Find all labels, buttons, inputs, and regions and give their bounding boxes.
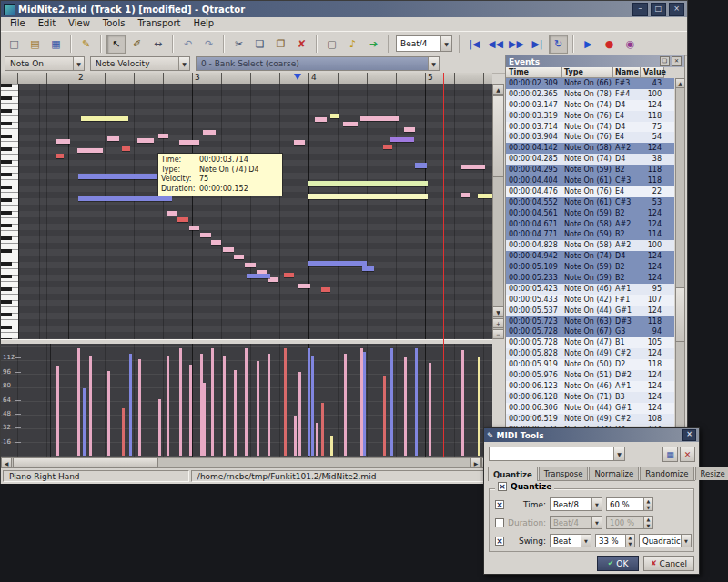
event-row[interactable]: 00:00:05.433Note On (42)F#1107 bbox=[506, 295, 674, 306]
note-canvas[interactable] bbox=[19, 84, 492, 339]
spin-arrows-icon[interactable]: ▲▼ bbox=[643, 498, 652, 510]
duration-percent-spinbox[interactable]: 100 % ▲▼ bbox=[606, 516, 653, 529]
event-row[interactable]: 00:00:05.728Note On (67)G394 bbox=[506, 326, 674, 337]
event-row[interactable]: 00:00:04.828Note On (58)A#2100 bbox=[506, 240, 674, 251]
events-panel-titlebar[interactable]: Events ❏ ✕ bbox=[506, 55, 684, 67]
transport-record-button[interactable]: ● bbox=[600, 35, 619, 54]
swing-type-combo[interactable]: Quadratic ▼ bbox=[639, 534, 692, 547]
event-row[interactable]: 00:00:04.552Note On (61)C#353 bbox=[506, 197, 674, 208]
event-row[interactable]: 00:00:05.919Note On (50)D2118 bbox=[506, 359, 674, 370]
event-row[interactable]: 00:00:05.537Note On (44)G#1124 bbox=[506, 306, 674, 316]
panel-float-icon[interactable]: ❏ bbox=[660, 56, 670, 66]
controller-combo[interactable]: 0 - Bank Select (coarse) ▼ bbox=[196, 56, 440, 71]
menu-tools[interactable]: Tools bbox=[96, 17, 132, 31]
event-row[interactable]: 00:00:04.285Note On (74)D438 bbox=[506, 154, 674, 165]
transport-play-button[interactable]: ▶ bbox=[579, 35, 598, 54]
preset-combo[interactable]: ▼ bbox=[489, 447, 625, 461]
maximize-button[interactable]: □ bbox=[651, 3, 666, 16]
open-file-button[interactable]: ▤ bbox=[25, 35, 45, 54]
event-row[interactable]: 00:00:06.519Note On (49)C#2108 bbox=[506, 414, 674, 425]
scroll-right-icon[interactable]: ▶ bbox=[470, 457, 481, 468]
event-row[interactable]: 00:00:05.233Note On (59)B2124 bbox=[506, 273, 674, 284]
event-row[interactable]: 00:00:04.404Note On (61)C#3118 bbox=[506, 176, 674, 186]
minimize-button[interactable]: – bbox=[632, 3, 648, 16]
tab-resize[interactable]: Resize bbox=[695, 467, 728, 480]
tab-quantize[interactable]: Quantize bbox=[488, 467, 538, 481]
event-row[interactable]: 00:00:05.828Note On (49)C#2124 bbox=[506, 348, 674, 359]
quantize-group-label[interactable]: × Quantize bbox=[495, 482, 554, 491]
events-vscroll-thumb[interactable] bbox=[675, 287, 685, 342]
editor-hscroll-thumb[interactable] bbox=[13, 457, 158, 468]
tool-pencil-button[interactable]: ✐ bbox=[127, 35, 147, 54]
transport-rewind-button[interactable]: ◀◀ bbox=[486, 35, 505, 54]
menu-view[interactable]: View bbox=[62, 17, 96, 31]
new-file-button[interactable]: □ bbox=[5, 35, 24, 54]
menu-file[interactable]: File bbox=[4, 17, 32, 31]
event-row[interactable]: 00:00:05.976Note On (51)D#2124 bbox=[506, 370, 674, 381]
column-value[interactable]: Value bbox=[641, 67, 664, 78]
preset-delete-button[interactable]: ✕ bbox=[680, 447, 695, 462]
tab-transpose[interactable]: Transpose bbox=[539, 467, 589, 480]
cut-button[interactable]: ✂ bbox=[229, 35, 248, 54]
value-type-combo[interactable]: Note Velocity ▼ bbox=[90, 56, 190, 71]
time-unit-combo[interactable]: Beat/8 ▼ bbox=[550, 497, 602, 511]
new-view-button[interactable]: ▢ bbox=[322, 35, 341, 54]
events-list[interactable]: 00:00:02.309Note On (66)F#34300:00:02.36… bbox=[506, 78, 674, 467]
editor-vscroll-thumb[interactable] bbox=[492, 95, 504, 177]
undo-button[interactable]: ↶ bbox=[178, 35, 197, 54]
redo-button[interactable]: ↷ bbox=[199, 35, 218, 54]
duration-checkbox[interactable] bbox=[495, 518, 504, 527]
preset-save-button[interactable]: ▦ bbox=[662, 447, 678, 462]
save-file-button[interactable]: ▦ bbox=[46, 35, 66, 54]
close-button[interactable]: × bbox=[669, 3, 684, 16]
time-percent-spinbox[interactable]: 60 % ▲▼ bbox=[606, 497, 653, 511]
dialog-titlebar[interactable]: ✎ MIDI Tools × bbox=[484, 428, 699, 442]
event-row[interactable]: 00:00:04.671Note On (58)A#2124 bbox=[506, 219, 674, 230]
column-type[interactable]: Type bbox=[562, 67, 613, 78]
spin-arrows-icon[interactable]: ▲▼ bbox=[643, 517, 652, 528]
spin-arrows-icon[interactable]: ▲▼ bbox=[625, 535, 634, 547]
swing-unit-combo[interactable]: Beat ▼ bbox=[550, 534, 592, 547]
tool-resize-button[interactable]: ↔ bbox=[148, 35, 167, 54]
event-row[interactable]: 00:00:03.147Note On (74)D4124 bbox=[506, 100, 674, 111]
event-row[interactable]: 00:00:04.295Note On (59)B2118 bbox=[506, 165, 674, 176]
event-row[interactable]: 00:00:04.942Note On (74)D4124 bbox=[506, 251, 674, 262]
time-checkbox[interactable]: × bbox=[495, 500, 504, 509]
zoom-in-button[interactable]: + bbox=[492, 318, 504, 328]
duration-unit-combo[interactable]: Beat/4 ▼ bbox=[550, 516, 602, 529]
panel-close-icon[interactable]: ✕ bbox=[672, 56, 682, 66]
scroll-up-icon[interactable]: ▲ bbox=[675, 78, 685, 88]
snap-combo[interactable]: Beat/4▼ bbox=[396, 35, 452, 52]
event-row[interactable]: 00:00:03.319Note On (76)E4118 bbox=[506, 111, 674, 122]
zoom-out-button[interactable]: − bbox=[492, 329, 504, 339]
transport-loop-button[interactable]: ↻ bbox=[549, 35, 568, 54]
transport-punch-button[interactable]: ◉ bbox=[621, 35, 640, 54]
event-row[interactable]: 00:00:04.771Note On (59)B2114 bbox=[506, 229, 674, 240]
event-row[interactable]: 00:00:04.142Note On (58)A#2124 bbox=[506, 143, 674, 154]
event-row[interactable]: 00:00:04.476Note On (76)E422 bbox=[506, 186, 674, 197]
transport-backward-button[interactable]: |◀ bbox=[465, 35, 484, 54]
quantize-checkbox[interactable]: × bbox=[498, 482, 507, 491]
event-row[interactable]: 00:00:06.306Note On (44)G#1124 bbox=[506, 403, 674, 414]
menu-transport[interactable]: Transport bbox=[131, 17, 187, 31]
scroll-left-icon[interactable]: ◀ bbox=[1, 457, 12, 468]
tool-pointer-button[interactable]: ↖ bbox=[106, 35, 126, 54]
event-row[interactable]: 00:00:05.723Note On (63)D#3118 bbox=[506, 316, 674, 327]
scroll-up-icon[interactable]: ▲ bbox=[492, 84, 504, 95]
delete-button[interactable]: ✘ bbox=[292, 35, 311, 54]
transport-fast-forward-button[interactable]: ▶| bbox=[528, 35, 547, 54]
audition-button[interactable]: ♪ bbox=[343, 35, 362, 54]
swing-checkbox[interactable]: × bbox=[495, 537, 504, 546]
cancel-button[interactable]: ✘ Cancel bbox=[643, 556, 694, 571]
event-row[interactable]: 00:00:05.728Note On (47)B1105 bbox=[506, 337, 674, 348]
event-row[interactable]: 00:00:02.309Note On (66)F#343 bbox=[506, 78, 674, 89]
event-row[interactable]: 00:00:02.365Note On (78)F#4100 bbox=[506, 89, 674, 100]
dialog-close-button[interactable]: × bbox=[682, 429, 696, 441]
events-vscrollbar[interactable] bbox=[675, 78, 685, 467]
paste-button[interactable]: ❐ bbox=[271, 35, 290, 54]
copy-button[interactable]: ❏ bbox=[250, 35, 269, 54]
column-name[interactable]: Name bbox=[613, 67, 641, 78]
transport-forward-button[interactable]: ▶▶ bbox=[507, 35, 526, 54]
ok-button[interactable]: ✔ OK bbox=[597, 556, 639, 571]
event-row[interactable]: 00:00:04.561Note On (59)B2124 bbox=[506, 208, 674, 219]
